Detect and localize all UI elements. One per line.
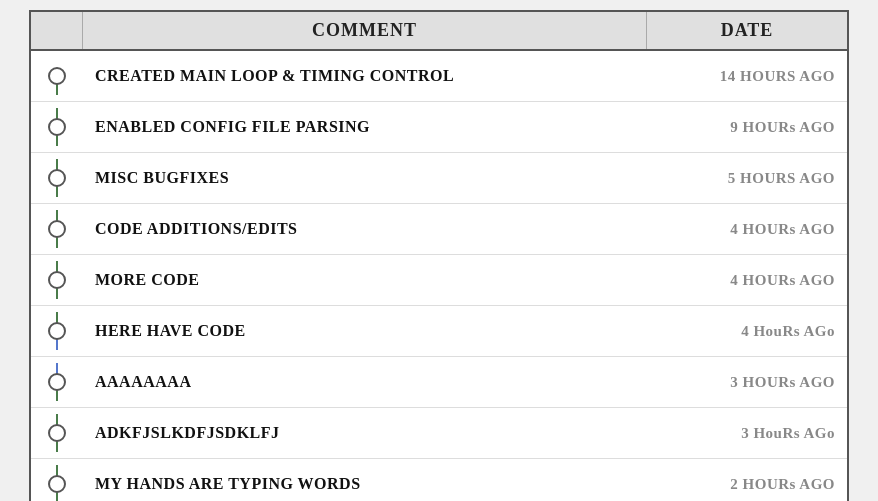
- table-header: COMMENT DATE: [31, 12, 847, 51]
- commit-icon-cell: [31, 408, 83, 458]
- commit-comment: CODE ADDITIONS/EDITS: [83, 212, 647, 246]
- main-container: COMMENT DATE CREATED MAIN LOOP & TIMING …: [19, 0, 859, 501]
- commit-circle: [48, 424, 66, 442]
- commit-icon-cell: [31, 204, 83, 254]
- commit-date: 5 HOURS AGO: [647, 162, 847, 195]
- header-date: DATE: [647, 12, 847, 49]
- table-row: HERE HAVE CODE4 HouRs AGo: [31, 306, 847, 357]
- table-row: MISC BUGFIXES5 HOURS AGO: [31, 153, 847, 204]
- commit-circle: [48, 220, 66, 238]
- commit-circle: [48, 118, 66, 136]
- commit-circle: [48, 475, 66, 493]
- commit-comment: MORE CODE: [83, 263, 647, 297]
- commit-icon-cell: [31, 255, 83, 305]
- commit-date: 3 HouRs AGo: [647, 417, 847, 450]
- header-icon-col: [31, 12, 83, 49]
- commit-circle: [48, 322, 66, 340]
- table-row: MY HANDS ARE TYPING WORDS2 HOURs AGO: [31, 459, 847, 501]
- icon-container: [35, 261, 79, 299]
- icon-container: [35, 465, 79, 501]
- commit-comment: ADKFJSLKDFJSDKLFJ: [83, 416, 647, 450]
- header-comment: COMMENT: [83, 12, 647, 49]
- commit-date: 4 HouRs AGo: [647, 315, 847, 348]
- table-row: AAAAAAAA3 HOURs AGO: [31, 357, 847, 408]
- icon-container: [35, 312, 79, 350]
- table-row: ADKFJSLKDFJSDKLFJ3 HouRs AGo: [31, 408, 847, 459]
- commit-icon-cell: [31, 51, 83, 101]
- icon-container: [35, 363, 79, 401]
- table-row: MORE CODE4 HOURs AGO: [31, 255, 847, 306]
- commit-date: 9 HOURs AGO: [647, 111, 847, 144]
- table-row: ENABLED CONFIG FILE PARSING9 HOURs AGO: [31, 102, 847, 153]
- commit-table: COMMENT DATE CREATED MAIN LOOP & TIMING …: [29, 10, 849, 501]
- commit-date: 14 HOURS AGO: [647, 60, 847, 93]
- commit-circle: [48, 169, 66, 187]
- commit-circle: [48, 373, 66, 391]
- icon-container: [35, 210, 79, 248]
- commit-date: 4 HOURs AGO: [647, 264, 847, 297]
- commit-date: 2 HOURs AGO: [647, 468, 847, 501]
- commit-comment: AAAAAAAA: [83, 365, 647, 399]
- commit-icon-cell: [31, 153, 83, 203]
- commit-date: 4 HOURs AGO: [647, 213, 847, 246]
- commit-icon-cell: [31, 306, 83, 356]
- commit-circle: [48, 67, 66, 85]
- table-row: CREATED MAIN LOOP & TIMING CONTROL14 HOU…: [31, 51, 847, 102]
- icon-container: [35, 108, 79, 146]
- table-row: CODE ADDITIONS/EDITS4 HOURs AGO: [31, 204, 847, 255]
- commit-icon-cell: [31, 459, 83, 501]
- commit-icon-cell: [31, 102, 83, 152]
- commit-comment: MY HANDS ARE TYPING WORDS: [83, 467, 647, 501]
- commit-comment: HERE HAVE CODE: [83, 314, 647, 348]
- icon-container: [35, 57, 79, 95]
- icon-container: [35, 159, 79, 197]
- commit-date: 3 HOURs AGO: [647, 366, 847, 399]
- table-body: CREATED MAIN LOOP & TIMING CONTROL14 HOU…: [31, 51, 847, 501]
- commit-icon-cell: [31, 357, 83, 407]
- commit-circle: [48, 271, 66, 289]
- commit-comment: ENABLED CONFIG FILE PARSING: [83, 110, 647, 144]
- icon-container: [35, 414, 79, 452]
- commit-comment: CREATED MAIN LOOP & TIMING CONTROL: [83, 59, 647, 93]
- commit-comment: MISC BUGFIXES: [83, 161, 647, 195]
